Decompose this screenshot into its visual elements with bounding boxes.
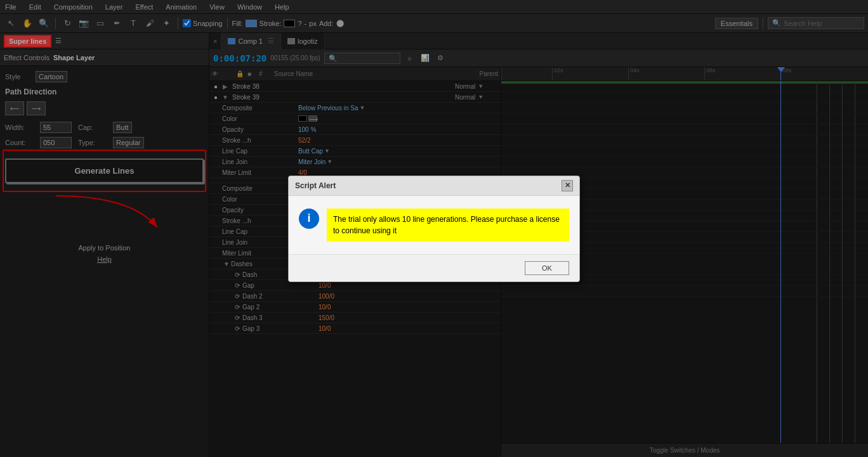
script-alert-dialog: Script Alert ✕ i The trial only allows 1…	[288, 176, 580, 282]
dialog-title-bar: Script Alert ✕	[289, 176, 579, 196]
dialog-ok-btn[interactable]: OK	[525, 261, 569, 275]
dialog-body: i The trial only allows 10 line generati…	[289, 196, 579, 254]
dialog-info-icon: i	[299, 209, 319, 229]
dialog-close-btn[interactable]: ✕	[562, 180, 573, 191]
dialog-message: The trial only allows 10 line generation…	[327, 209, 569, 241]
dialog-title: Script Alert	[295, 181, 336, 190]
dialog-overlay: Script Alert ✕ i The trial only allows 1…	[0, 0, 868, 457]
dialog-footer: OK	[289, 254, 579, 281]
